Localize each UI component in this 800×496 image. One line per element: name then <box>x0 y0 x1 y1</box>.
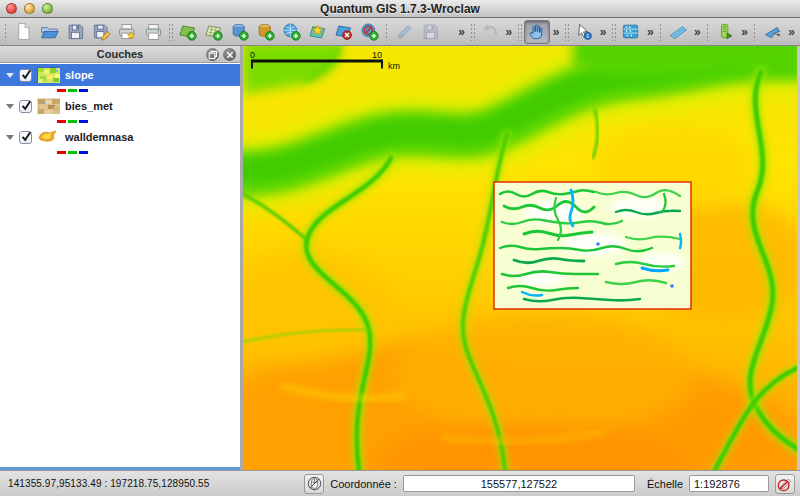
float-panel-button[interactable] <box>206 48 219 61</box>
toolbar-grip[interactable] <box>470 23 474 41</box>
layer-thumbnail <box>37 129 60 145</box>
undo-button[interactable] <box>477 20 503 44</box>
expand-triangle-icon[interactable] <box>6 135 14 140</box>
legend-color-strip <box>0 117 240 126</box>
layer-visibility-checkbox[interactable] <box>19 131 32 144</box>
layer-name: walldemnasa <box>65 131 133 143</box>
toolbar-grip[interactable] <box>611 23 615 41</box>
layer-row-bies_met[interactable]: bies_met <box>0 95 240 117</box>
save-edits-button[interactable] <box>417 20 443 44</box>
slope-raster-inset <box>494 182 691 309</box>
coordinate-input[interactable] <box>403 475 635 492</box>
layer-visibility-checkbox[interactable] <box>19 69 32 82</box>
map-tips-button[interactable] <box>759 20 785 44</box>
toolbar-overflow-chevron[interactable]: » <box>455 25 468 39</box>
open-project-button[interactable] <box>36 20 62 44</box>
layer-list: slope bies_met walldemnasa <box>0 63 240 470</box>
layer-row-slope[interactable]: slope <box>0 64 240 86</box>
status-bar: 141355.97,95133.49 : 197218.75,128950.55… <box>0 470 800 496</box>
add-raster-layer-button[interactable] <box>201 20 227 44</box>
toolbar-grip[interactable] <box>517 23 521 41</box>
toolbar-grip[interactable] <box>706 23 710 41</box>
layers-panel: Couches slope bies_met <box>0 46 243 470</box>
title-bar[interactable]: Quantum GIS 1.7.3-Wroclaw <box>0 0 800 18</box>
scale-bar-start-label: 0 <box>250 50 255 60</box>
toolbar-grip[interactable] <box>753 23 757 41</box>
print-composer-button[interactable] <box>140 20 166 44</box>
layer-name: bies_met <box>65 100 113 112</box>
save-project-as-button[interactable] <box>88 20 114 44</box>
zoom-window-button[interactable] <box>42 3 53 14</box>
scale-label: Échelle <box>647 478 683 490</box>
layer-thumbnail <box>37 67 60 83</box>
histogram-stretch-button[interactable] <box>712 20 738 44</box>
toolbar-grip[interactable] <box>564 23 568 41</box>
layers-panel-header[interactable]: Couches <box>0 46 240 63</box>
save-project-button[interactable] <box>62 20 88 44</box>
minimize-window-button[interactable] <box>24 3 35 14</box>
remove-layer-button[interactable] <box>331 20 357 44</box>
window-title: Quantum GIS 1.7.3-Wroclaw <box>0 2 800 16</box>
new-print-composer-button[interactable] <box>114 20 140 44</box>
check-icon <box>20 99 33 112</box>
expand-triangle-icon[interactable] <box>6 73 14 78</box>
toggle-editing-button[interactable] <box>391 20 417 44</box>
toolbar-overflow-chevron[interactable]: » <box>785 25 798 39</box>
layer-visibility-checkbox[interactable] <box>19 100 32 113</box>
mouse-slash-icon <box>307 476 322 491</box>
legend-color-strip <box>0 148 240 157</box>
close-panel-button[interactable] <box>223 48 236 61</box>
scale-bar-end-label: 10 <box>372 50 382 60</box>
toolbar-overflow-chevron[interactable]: » <box>738 25 751 39</box>
expand-triangle-icon[interactable] <box>6 104 14 109</box>
identify-features-button[interactable] <box>571 20 597 44</box>
toolbar-overflow-chevron[interactable]: » <box>691 25 704 39</box>
toolbar-grip[interactable] <box>385 23 389 41</box>
open-attribute-table-button[interactable] <box>618 20 644 44</box>
check-icon <box>20 130 33 143</box>
add-spatialite-layer-button[interactable] <box>253 20 279 44</box>
toolbar-grip[interactable] <box>659 23 663 41</box>
application-window: Quantum GIS 1.7.3-Wroclaw » » » » <box>0 0 800 496</box>
main-toolbar: » » » » » » » » <box>0 18 800 46</box>
scale-bar-unit-label: km <box>388 61 400 71</box>
map-canvas[interactable]: 0 10 km <box>243 46 797 470</box>
scale-input[interactable] <box>689 475 769 492</box>
add-postgis-layer-button[interactable] <box>227 20 253 44</box>
close-icon <box>225 50 235 60</box>
measure-line-button[interactable] <box>665 20 691 44</box>
toolbar-overflow-chevron[interactable]: » <box>550 25 563 39</box>
float-icon <box>208 50 218 60</box>
map-extents-readout: 141355.97,95133.49 : 197218.75,128950.55 <box>8 478 209 489</box>
layers-panel-title: Couches <box>0 48 240 60</box>
check-icon <box>20 68 33 81</box>
layer-thumbnail <box>37 98 60 114</box>
render-toggle-button[interactable] <box>775 474 795 494</box>
legend-color-strip <box>0 86 240 95</box>
toolbar-grip[interactable] <box>4 23 8 41</box>
toolbar-overflow-chevron[interactable]: » <box>644 25 657 39</box>
add-wms-layer-button[interactable] <box>279 20 305 44</box>
stop-render-icon <box>777 476 793 492</box>
add-wfs-layer-button[interactable] <box>357 20 383 44</box>
pan-map-button[interactable] <box>524 20 550 44</box>
layer-name: slope <box>65 69 94 81</box>
layer-row-walldemnasa[interactable]: walldemnasa <box>0 126 240 148</box>
toolbar-grip[interactable] <box>168 23 172 41</box>
new-shapefile-layer-button[interactable] <box>305 20 331 44</box>
new-project-button[interactable] <box>10 20 36 44</box>
add-vector-layer-button[interactable] <box>175 20 201 44</box>
toolbar-overflow-chevron[interactable]: » <box>503 25 516 39</box>
mouse-position-toggle-button[interactable] <box>304 474 324 494</box>
coordinate-label: Coordonnée : <box>330 478 397 490</box>
toolbar-overflow-chevron[interactable]: » <box>597 25 610 39</box>
close-window-button[interactable] <box>6 3 17 14</box>
